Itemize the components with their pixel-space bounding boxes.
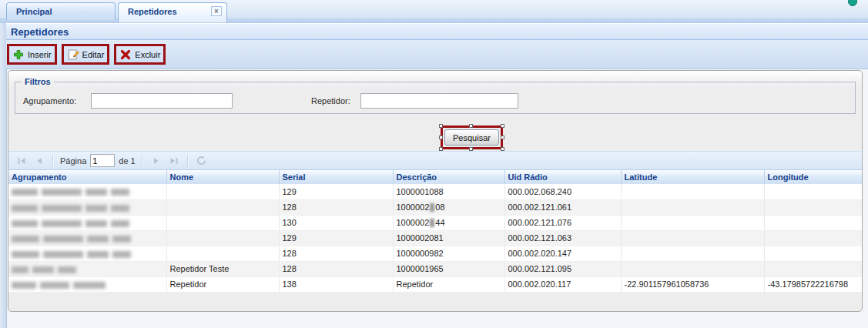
redacted-text: [12, 251, 39, 258]
delete-button-label: Excluir: [135, 50, 160, 59]
search-button[interactable]: Pesquisar: [444, 129, 499, 146]
edit-button[interactable]: Editar: [67, 49, 105, 61]
cell-longitude: [764, 246, 862, 261]
redacted-text: [58, 266, 76, 273]
cell-longitude: [764, 184, 862, 199]
tab-label: Repetidores: [128, 7, 177, 16]
cell-agrupamento: [8, 199, 166, 215]
table-row[interactable]: Repetidor Teste1281000001965000.002.121.…: [8, 261, 862, 276]
redacted-text: [42, 205, 82, 212]
redacted-text: [111, 205, 129, 212]
delete-button[interactable]: Excluir: [119, 49, 160, 61]
close-icon[interactable]: ×: [211, 6, 222, 16]
cell-nome: [166, 230, 279, 246]
column-header-nome[interactable]: Nome: [166, 170, 279, 184]
annotation-handle: [501, 124, 504, 128]
next-page-icon[interactable]: [149, 154, 163, 168]
last-page-icon[interactable]: [167, 154, 181, 168]
cell-longitude: [764, 261, 862, 276]
table-row[interactable]: 128100000208000.002.121.061: [8, 199, 862, 215]
redacted-text: [42, 189, 82, 196]
grid-header: Agrupamento Nome Serial Descrição Uid Rá…: [8, 170, 863, 185]
cell-latitude: -22.901157961058736: [621, 276, 764, 292]
cell-nome: [166, 215, 279, 230]
page-title: Repetidores: [6, 23, 868, 40]
annotation-box: Inserir: [7, 44, 57, 65]
cell-longitude: -43.17985722216798: [764, 276, 862, 292]
redacted-text: [87, 251, 109, 258]
table-row[interactable]: 1281000000982000.002.020.147: [8, 246, 862, 261]
page-of-label: de 1: [119, 156, 135, 166]
redacted-text: [12, 236, 39, 243]
redacted-text: [12, 189, 38, 196]
grid-rows: 1291000001088000.002.068.240128100000208…: [8, 184, 862, 292]
tab-principal[interactable]: Principal: [6, 2, 116, 20]
column-header-uid-radio[interactable]: Uid Rádio: [504, 170, 621, 184]
agrupamento-label: Agrupamento:: [23, 96, 76, 105]
toolbar-separator: [52, 155, 54, 167]
cell-agrupamento: [8, 246, 166, 261]
redacted-text: [112, 251, 131, 258]
cell-descricao: 100000208: [393, 199, 504, 215]
annotation-handle: [469, 124, 473, 128]
first-page-icon[interactable]: [15, 154, 28, 168]
cell-latitude: [621, 199, 764, 215]
insert-button[interactable]: Inserir: [12, 49, 52, 61]
table-row[interactable]: Repetidor138Repetidor000.002.020.117-22.…: [8, 276, 862, 292]
cell-longitude: [764, 199, 862, 215]
redacted-text: [85, 220, 107, 227]
plus-icon: [12, 49, 25, 61]
column-header-longitude[interactable]: Longitude: [764, 170, 862, 184]
cell-longitude: [764, 230, 862, 246]
redacted-text: [430, 219, 434, 227]
cell-descricao: 1000001965: [393, 261, 504, 276]
column-header-serial[interactable]: Serial: [279, 170, 393, 184]
cell-serial: 129: [279, 184, 393, 199]
refresh-icon[interactable]: [195, 154, 209, 168]
cell-latitude: [621, 215, 764, 230]
redacted-text: [430, 203, 434, 212]
redacted-text: [85, 189, 107, 196]
redacted-text: [42, 220, 82, 227]
repetidor-label: Repetidor:: [311, 96, 350, 105]
cell-descricao: 100000244: [393, 215, 504, 230]
column-header-descricao[interactable]: Descrição: [393, 170, 504, 184]
cell-serial: 138: [279, 276, 393, 292]
tab-label: Principal: [16, 7, 52, 16]
table-row[interactable]: 1291000002081000.002.121.063: [8, 230, 862, 246]
cell-latitude: [621, 230, 764, 246]
redacted-text: [111, 220, 129, 227]
cell-uid_radio: 000.002.020.147: [504, 246, 621, 261]
redacted-text: [12, 220, 38, 227]
redacted-text: [40, 282, 69, 289]
cell-descricao: 1000000982: [393, 246, 504, 261]
cell-serial: 128: [279, 261, 393, 276]
cell-agrupamento: [8, 276, 166, 292]
cell-uid_radio: 000.002.121.095: [504, 261, 621, 276]
redacted-text: [12, 266, 28, 273]
red-x-icon: [119, 49, 132, 61]
cell-descricao: Repetidor: [393, 276, 504, 292]
column-header-agrupamento[interactable]: Agrupamento: [8, 170, 166, 184]
redacted-text: [43, 251, 83, 258]
tab-bar: Principal Repetidores ×: [0, 0, 868, 24]
table-row[interactable]: 1291000001088000.002.068.240: [8, 184, 862, 199]
redacted-text: [32, 266, 54, 273]
tab-repetidores[interactable]: Repetidores ×: [118, 2, 227, 22]
redacted-text: [43, 236, 83, 243]
toolbar-separator: [142, 155, 143, 167]
cell-descricao: 1000001088: [393, 184, 504, 199]
agrupamento-input[interactable]: [91, 93, 233, 109]
edit-button-label: Editar: [82, 50, 105, 59]
redacted-text: [111, 189, 129, 196]
column-header-latitude[interactable]: Latitude: [621, 170, 764, 184]
repetidor-input[interactable]: [360, 93, 518, 109]
redacted-text: [85, 205, 107, 212]
page-number-input[interactable]: [90, 154, 115, 167]
cell-uid_radio: 000.002.121.061: [504, 199, 621, 215]
prev-page-icon[interactable]: [32, 154, 46, 168]
cell-latitude: [621, 246, 764, 261]
cell-agrupamento: [8, 230, 166, 246]
table-row[interactable]: 130100000244000.002.121.076: [8, 215, 862, 230]
repetidores-panel: Filtros Agrupamento: Repetidor: Pesquisa…: [8, 70, 863, 312]
